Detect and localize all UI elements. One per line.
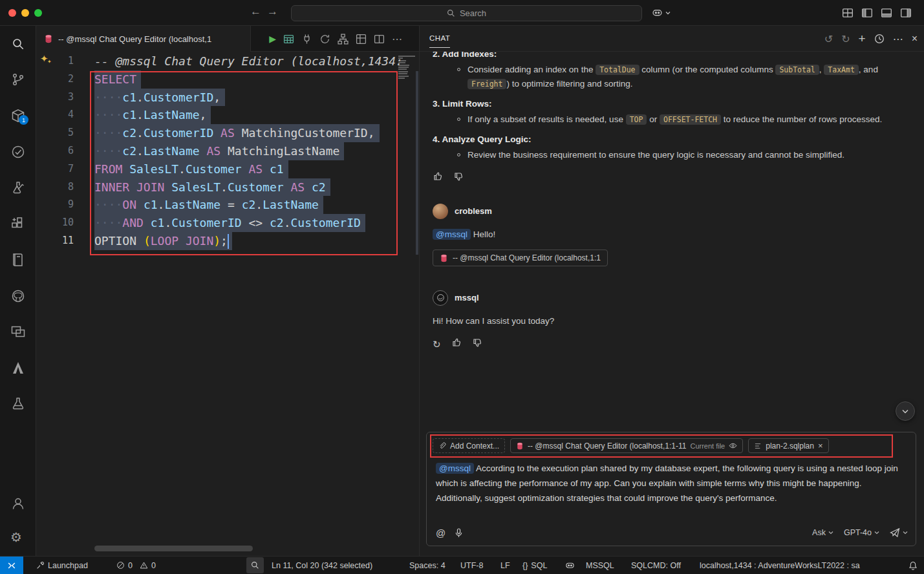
chat-history-button[interactable] [874, 34, 885, 44]
remote-icon [7, 561, 16, 570]
regenerate-button[interactable]: ↻ [433, 337, 441, 352]
activity-badge: 1 [19, 115, 28, 125]
redo-icon[interactable]: ↻ [841, 33, 850, 45]
split-editor-button[interactable] [374, 34, 385, 45]
close-window-button[interactable] [8, 9, 16, 17]
close-icon[interactable]: × [818, 441, 823, 451]
copilot-menu-button[interactable] [652, 7, 671, 18]
launchpad-status-item[interactable]: Launchpad [36, 557, 88, 574]
query-plan-button[interactable] [356, 34, 367, 45]
error-icon [116, 561, 125, 569]
ask-mode-button[interactable]: Ask [812, 528, 833, 537]
sidebar-item-azure[interactable] [10, 360, 26, 376]
code-line: 1-- @mssql Chat Query Editor (localhost,… [36, 52, 419, 70]
command-center-search[interactable]: Search [291, 5, 642, 21]
zoom-window-button[interactable] [34, 9, 42, 17]
customize-layout-button[interactable] [842, 7, 854, 19]
context-file-chip[interactable]: -- @mssql Chat Query Editor (localhost,1… [510, 438, 743, 453]
thumbs-down-button[interactable] [472, 337, 482, 352]
sidebar-item-github[interactable] [10, 288, 26, 304]
model-picker-button[interactable]: GPT-4o [844, 528, 879, 537]
chat-input[interactable]: Add Context... -- @mssql Chat Query Edit… [426, 432, 916, 546]
at-mention-button[interactable]: @ [436, 527, 446, 538]
editor-tab-bar: -- @mssql Chat Query Editor (localhost,1… [36, 26, 419, 52]
code-line: 4····c1.LastName, [36, 106, 419, 124]
thumbs-up-button[interactable] [433, 171, 443, 182]
code-line: 10····AND c1.CustomerID <> c2.CustomerID [36, 214, 419, 232]
sidebar-item-extensions[interactable] [10, 216, 26, 231]
horizontal-scrollbar[interactable] [94, 546, 253, 551]
toggle-secondary-sidebar-button[interactable] [900, 7, 912, 19]
mic-button[interactable] [455, 528, 463, 538]
code-editor[interactable]: ✦✦ 1-- @mssql Chat Query Editor (localho… [36, 52, 419, 556]
run-query-button[interactable]: ▶ [269, 34, 276, 44]
database-file-icon [516, 442, 524, 450]
magnifier-icon [251, 561, 259, 569]
thumbs-down-icon [453, 171, 464, 182]
nav-back-button[interactable]: ← [250, 5, 261, 18]
connection-status-item[interactable]: localhost,1434 : AdventureWorksLT2022 : … [700, 557, 860, 574]
sidebar-item-source-control[interactable] [10, 72, 26, 87]
remote-indicator[interactable] [0, 557, 23, 574]
context-plan-chip[interactable]: plan-2.sqlplan × [748, 438, 828, 453]
context-row: Add Context... -- @mssql Chat Query Edit… [433, 438, 910, 453]
toggle-primary-sidebar-button[interactable] [861, 7, 873, 19]
indentation-status-item[interactable]: Spaces: 4 [409, 557, 446, 574]
accounts-button[interactable] [10, 496, 26, 511]
editor-actions: ▶ ⋯ [269, 26, 402, 52]
list-item: If only a subset of results is needed, u… [457, 112, 908, 127]
eye-icon[interactable] [729, 441, 737, 450]
send-button[interactable] [890, 527, 908, 538]
sidebar-item-search[interactable] [10, 36, 26, 52]
copilot-status-item[interactable] [565, 557, 575, 574]
chat-input-text[interactable]: @mssql According to the execution plan s… [436, 461, 907, 505]
minimap[interactable] [398, 56, 415, 80]
editor-group: -- @mssql Chat Query Editor (localhost,1… [36, 26, 419, 556]
list-item-title: 2. Add Indexes: [433, 52, 908, 61]
thumbs-down-button[interactable] [453, 171, 464, 182]
problems-status-item[interactable]: 0 0 [116, 557, 156, 574]
schema-designer-button[interactable] [338, 34, 349, 45]
cursor-position-status-item[interactable]: Ln 11, Col 20 (342 selected) [272, 557, 372, 574]
results-grid-button[interactable] [283, 34, 294, 45]
encoding-status-item[interactable]: UTF-8 [460, 557, 483, 574]
username: croblesm [455, 204, 492, 218]
chevron-down-icon [828, 531, 833, 535]
attachment-pill[interactable]: -- @mssql Chat Query Editor (localhost,1… [433, 250, 608, 266]
zoom-button[interactable] [246, 557, 264, 573]
history-icon [874, 34, 885, 44]
sidebar-item-testing[interactable] [10, 144, 26, 160]
language-status-item[interactable]: {}SQL [522, 557, 547, 574]
thumbs-up-button[interactable] [451, 337, 462, 352]
list-item-title: 3. Limit Rows: [433, 97, 908, 111]
minimize-window-button[interactable] [21, 9, 29, 17]
message-actions: ↻ [433, 337, 908, 352]
sqlcmd-status-item[interactable]: SQLCMD: Off [631, 557, 681, 574]
chevron-down-icon [903, 531, 908, 535]
layout-sidebar-right-icon [900, 7, 912, 19]
extensions-icon [10, 216, 26, 231]
scroll-down-button[interactable] [896, 401, 915, 421]
editor-more-actions-button[interactable]: ⋯ [392, 33, 402, 45]
chat-close-button[interactable]: × [912, 33, 918, 45]
tab-chat[interactable]: CHAT [429, 34, 450, 48]
split-editor-icon [374, 34, 385, 45]
nav-forward-button[interactable]: → [267, 5, 278, 18]
toggle-panel-button[interactable] [881, 7, 892, 19]
mssql-status-item[interactable]: MSSQL [586, 557, 614, 574]
new-chat-button[interactable]: + [859, 32, 866, 46]
eol-status-item[interactable]: LF [500, 557, 510, 574]
connect-button[interactable] [301, 34, 312, 45]
estimated-plan-button[interactable] [319, 34, 330, 45]
sidebar-item-notebooks[interactable] [10, 252, 26, 268]
sidebar-item-test-runner[interactable] [10, 180, 26, 196]
chat-more-button[interactable]: ⋯ [893, 33, 903, 45]
editor-tab[interactable]: -- @mssql Chat Query Editor (localhost,1 [36, 26, 251, 52]
add-context-button[interactable]: Add Context... [433, 438, 505, 453]
notifications-button[interactable] [908, 557, 918, 574]
sidebar-item-database-projects[interactable] [10, 396, 26, 412]
undo-icon[interactable]: ↺ [824, 33, 833, 45]
sidebar-item-remote-windows[interactable] [10, 324, 26, 339]
settings-button[interactable]: ⚙ [10, 529, 26, 545]
status-bar: Launchpad 0 0 Ln 11, Col 20 (342 selecte… [0, 556, 924, 574]
